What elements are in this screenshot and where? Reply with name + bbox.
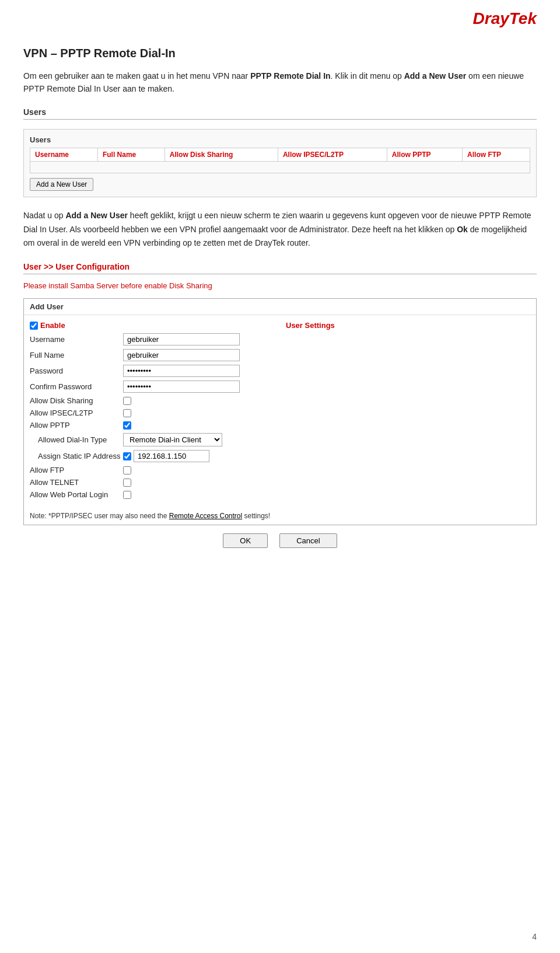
confirm-password-input[interactable]: [123, 380, 240, 393]
password-input[interactable]: [123, 365, 240, 377]
username-label: Username: [30, 335, 123, 344]
intro-text1b: . Klik in dit menu op: [331, 71, 404, 81]
enable-checkbox[interactable]: [30, 322, 38, 330]
static-ip-input[interactable]: [134, 450, 209, 462]
username-row: Username: [30, 333, 268, 345]
intro-text1: Om een gebruiker aan te maken gaat u in …: [23, 71, 250, 81]
note-text: Note: *PPTP/IPSEC user may also need the…: [24, 512, 536, 525]
allow-disk-sharing-checkbox[interactable]: [123, 397, 131, 405]
dialin-type-row: Allowed Dial-In Type Remote Dial-in Clie…: [30, 433, 268, 446]
static-ip-row: Assign Static IP Address: [30, 450, 268, 462]
fullname-label: Full Name: [30, 351, 123, 359]
users-table-container: Users Username Full Name Allow Disk Shar…: [23, 129, 537, 197]
confirm-password-row: Confirm Password: [30, 380, 268, 393]
allow-web-portal-label: Allow Web Portal Login: [30, 490, 123, 499]
allow-ftp-checkbox[interactable]: [123, 466, 131, 474]
password-label: Password: [30, 366, 123, 375]
enable-label: Enable: [40, 321, 65, 330]
allow-ipsec-row: Allow IPSEC/L2TP: [30, 409, 268, 417]
col-username: Username: [30, 148, 98, 161]
password-row: Password: [30, 365, 268, 377]
enable-row: Enable: [30, 321, 268, 330]
body-bold-2: Ok: [457, 225, 468, 234]
table-row-empty: [30, 161, 530, 173]
note-link[interactable]: Remote Access Control: [169, 512, 242, 520]
form-left: Enable Username Full Name Password Confi…: [30, 321, 280, 502]
add-new-user-button[interactable]: Add a New User: [30, 178, 93, 191]
samba-warning: Please install Samba Server before enabl…: [23, 281, 537, 290]
users-table: Username Full Name Allow Disk Sharing Al…: [30, 148, 530, 173]
ok-button[interactable]: OK: [223, 533, 268, 548]
allow-disk-sharing-label: Allow Disk Sharing: [30, 396, 123, 405]
allow-pptp-row: Allow PPTP: [30, 421, 268, 430]
allow-ftp-label: Allow FTP: [30, 466, 123, 474]
add-user-box: Add User Enable Username Full Name Passw…: [23, 298, 537, 525]
form-buttons: OK Cancel: [23, 533, 537, 548]
note-prefix: Note: *PPTP/IPSEC user may also need the: [30, 512, 169, 520]
cancel-button[interactable]: Cancel: [279, 533, 337, 548]
col-pptp: Allow PPTP: [387, 148, 462, 161]
form-inner: Enable Username Full Name Password Confi…: [24, 315, 536, 508]
allow-telnet-row: Allow TELNET: [30, 478, 268, 487]
add-user-title: Add User: [24, 299, 536, 315]
dialin-type-label: Allowed Dial-In Type: [30, 435, 123, 444]
allow-ipsec-label: Allow IPSEC/L2TP: [30, 409, 123, 417]
allow-telnet-checkbox[interactable]: [123, 479, 131, 487]
col-disk-sharing: Allow Disk Sharing: [164, 148, 278, 161]
col-fullname: Full Name: [97, 148, 164, 161]
intro-paragraph: Om een gebruiker aan te maken gaat u in …: [23, 69, 537, 96]
allow-pptp-label: Allow PPTP: [30, 421, 123, 430]
allow-web-portal-row: Allow Web Portal Login: [30, 490, 268, 499]
body-text-1: Nadat u op: [23, 211, 65, 220]
user-config-heading: User >> User Configuration: [23, 262, 537, 274]
allow-ftp-row: Allow FTP: [30, 466, 268, 474]
fullname-input[interactable]: [123, 349, 240, 361]
static-ip-checkbox[interactable]: [123, 452, 131, 460]
dialin-type-select[interactable]: Remote Dial-in Client: [123, 433, 222, 446]
body-text: Nadat u op Add a New User heeft geklikt,…: [23, 209, 537, 250]
note-suffix: settings!: [242, 512, 270, 520]
col-ftp: Allow FTP: [463, 148, 530, 161]
allow-ipsec-checkbox[interactable]: [123, 409, 131, 417]
logo-dray: Dray: [473, 9, 509, 27]
static-ip-label: Assign Static IP Address: [30, 452, 123, 460]
allow-web-portal-checkbox[interactable]: [123, 491, 131, 499]
intro-pptp-bold: PPTP Remote Dial In: [250, 71, 330, 81]
users-section-heading: Users: [23, 107, 537, 120]
logo-tek: Tek: [509, 9, 537, 27]
intro-adduser-bold: Add a New User: [404, 71, 467, 81]
col-ipsec: Allow IPSEC/L2TP: [278, 148, 387, 161]
fullname-row: Full Name: [30, 349, 268, 361]
body-bold-1: Add a New User: [65, 211, 128, 220]
username-input[interactable]: [123, 333, 240, 345]
allow-pptp-checkbox[interactable]: [123, 421, 131, 430]
allow-telnet-label: Allow TELNET: [30, 478, 123, 487]
users-table-title: Users: [30, 135, 530, 144]
form-right: User Settings: [280, 321, 530, 502]
page-title: VPN – PPTP Remote Dial-In: [23, 47, 537, 60]
draytek-logo: DrayTek: [473, 9, 537, 28]
page-number: 4: [532, 932, 537, 941]
allow-disk-sharing-row: Allow Disk Sharing: [30, 396, 268, 405]
user-settings-title: User Settings: [286, 321, 530, 330]
confirm-password-label: Confirm Password: [30, 382, 123, 391]
